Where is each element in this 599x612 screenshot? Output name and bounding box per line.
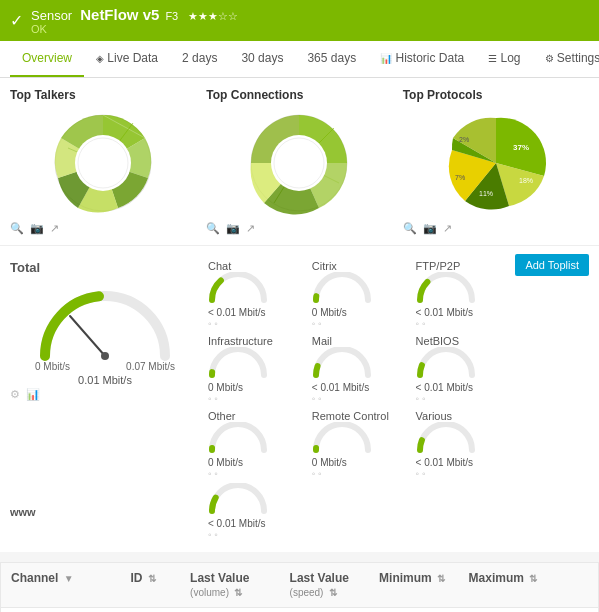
total-gauge-icons: ⚙ 📊 xyxy=(10,388,200,401)
camera-icon-2[interactable]: 📷 xyxy=(226,222,240,235)
top-talkers-diagram xyxy=(48,108,158,218)
sensor-stars: ★★★☆☆ xyxy=(188,10,238,23)
gauge-citrix-label: Citrix xyxy=(312,260,412,272)
gauge-www-svg xyxy=(208,483,268,515)
gauge-infrastructure-value: 0 Mbit/s xyxy=(208,382,308,393)
top-section: Top Talkers xyxy=(0,78,599,245)
nav-2days[interactable]: 2 days xyxy=(170,41,229,77)
svg-point-19 xyxy=(101,352,109,360)
top-talkers-icons: 🔍 📷 ↗ xyxy=(10,222,196,235)
gauge-section: Add Toplist Total 0 Mbit/s 0.07 Mbit/s xyxy=(0,245,599,552)
total-gauge-svg xyxy=(30,281,180,361)
col-header-min: Minimum ⇅ xyxy=(379,571,469,599)
gauge-mail: Mail < 0.01 Mbit/s ◦ ◦ xyxy=(312,335,412,404)
gauge-netbios-value: < 0.01 Mbit/s xyxy=(416,382,516,393)
nav-30days[interactable]: 30 days xyxy=(229,41,295,77)
col-header-max: Maximum ⇅ xyxy=(469,571,559,599)
gauge-other: Other 0 Mbit/s ◦ ◦ xyxy=(208,410,308,479)
gauge-ftp-value: < 0.01 Mbit/s xyxy=(416,307,516,318)
col-header-action xyxy=(558,571,588,599)
gauge-ftp: FTP/P2P < 0.01 Mbit/s ◦ ◦ xyxy=(416,260,516,329)
gauge-netbios-dot: ◦ ◦ xyxy=(416,393,516,404)
svg-text:7%: 7% xyxy=(455,174,465,181)
gauge-chat: Chat < 0.01 Mbit/s ◦ ◦ xyxy=(208,260,308,329)
gauge-other-svg xyxy=(208,422,268,454)
gauge-citrix-dot: ◦ ◦ xyxy=(312,318,412,329)
sort-arrow-max: ⇅ xyxy=(529,573,537,584)
gauge-chat-dot: ◦ ◦ xyxy=(208,318,308,329)
total-value: 0.01 Mbit/s xyxy=(10,374,200,386)
svg-point-4 xyxy=(75,135,131,191)
nav-log[interactable]: ☰ Log xyxy=(476,41,532,77)
gauge-www: < 0.01 Mbit/s ◦ ◦ xyxy=(208,483,268,540)
top-connections-title: Top Connections xyxy=(206,88,392,102)
wrench-icon[interactable]: ⚙ xyxy=(10,388,20,401)
gauge-various-label: Various xyxy=(416,410,516,422)
svg-text:37%: 37% xyxy=(513,143,529,152)
right-gauges: Chat < 0.01 Mbit/s ◦ ◦ Citrix 0 Mbit/s ◦… xyxy=(208,260,515,479)
external-link-icon[interactable]: ↗ xyxy=(50,222,59,235)
gauge-ftp-label: FTP/P2P xyxy=(416,260,516,272)
sort-arrow-min: ⇅ xyxy=(437,573,445,584)
nav-live-data[interactable]: ◈ Live Data xyxy=(84,41,170,77)
table-row: Chat 3004 0.01 MBy... < 0.01 M... 0 Mbit… xyxy=(1,608,598,612)
gauge-infrastructure-dot: ◦ ◦ xyxy=(208,393,308,404)
col-header-id: ID ⇅ xyxy=(130,571,190,599)
top-protocols-title: Top Protocols xyxy=(403,88,589,102)
nav-365days[interactable]: 365 days xyxy=(295,41,368,77)
gauge-infrastructure-label: Infrastructure xyxy=(208,335,308,347)
gauge-remote-label: Remote Control xyxy=(312,410,412,422)
sensor-version: F3 xyxy=(165,10,178,22)
top-protocols-icons: 🔍 📷 ↗ xyxy=(403,222,589,235)
nav-historic-data[interactable]: 📊 Historic Data xyxy=(368,41,476,77)
svg-text:11%: 11% xyxy=(479,190,493,197)
camera-icon[interactable]: 📷 xyxy=(30,222,44,235)
chart-icon[interactable]: 📊 xyxy=(26,388,40,401)
gauge-netbios-svg xyxy=(416,347,476,379)
gauge-remote-svg xyxy=(312,422,372,454)
gauge-mail-value: < 0.01 Mbit/s xyxy=(312,382,412,393)
gauge-remote-value: 0 Mbit/s xyxy=(312,457,412,468)
svg-text:18%: 18% xyxy=(519,177,533,184)
nav-settings[interactable]: ⚙ Settings xyxy=(533,41,599,77)
gauge-various-svg xyxy=(416,422,476,454)
sensor-label: Sensor xyxy=(31,8,72,23)
top-protocols-card: Top Protocols xyxy=(403,88,589,235)
svg-line-18 xyxy=(70,316,105,356)
top-protocols-diagram: 37% 18% 11% 7% 2% xyxy=(441,108,551,218)
navigation: Overview ◈ Live Data 2 days 30 days 365 … xyxy=(0,41,599,78)
gauge-infrastructure: Infrastructure 0 Mbit/s ◦ ◦ xyxy=(208,335,308,404)
gauge-chat-value: < 0.01 Mbit/s xyxy=(208,307,308,318)
total-max: 0.07 Mbit/s xyxy=(126,361,175,372)
gauge-citrix-svg xyxy=(312,272,372,304)
sort-arrow-vol: ⇅ xyxy=(234,587,242,598)
table-header: Channel ▼ ID ⇅ Last Value(volume) ⇅ Last… xyxy=(1,563,598,608)
col-header-channel: Channel ▼ xyxy=(11,571,130,599)
gauges-container: Total 0 Mbit/s 0.07 Mbit/s 0.01 Mbit/s ⚙ xyxy=(10,260,515,479)
zoom-icon-3[interactable]: 🔍 xyxy=(403,222,417,235)
total-label: Total xyxy=(10,260,200,275)
external-link-icon-3[interactable]: ↗ xyxy=(443,222,452,235)
sensor-title: NetFlow v5 xyxy=(80,6,159,23)
sort-arrow-channel: ▼ xyxy=(64,573,74,584)
gauge-www-dot: ◦ ◦ xyxy=(208,529,268,540)
zoom-icon[interactable]: 🔍 xyxy=(10,222,24,235)
check-icon: ✓ xyxy=(10,11,23,30)
sensor-status: OK xyxy=(31,23,238,35)
zoom-icon-2[interactable]: 🔍 xyxy=(206,222,220,235)
gauge-various-dot: ◦ ◦ xyxy=(416,468,516,479)
gauge-ftp-svg xyxy=(416,272,476,304)
nav-overview[interactable]: Overview xyxy=(10,41,84,77)
www-label: www xyxy=(10,506,200,518)
gauge-mail-label: Mail xyxy=(312,335,412,347)
top-connections-card: Top Connections 🔍 � xyxy=(206,88,392,235)
camera-icon-3[interactable]: 📷 xyxy=(423,222,437,235)
top-connections-icons: 🔍 📷 ↗ xyxy=(206,222,392,235)
external-link-icon-2[interactable]: ↗ xyxy=(246,222,255,235)
header: ✓ Sensor NetFlow v5 F3 ★★★☆☆ OK xyxy=(0,0,599,41)
www-row: www < 0.01 Mbit/s ◦ ◦ xyxy=(10,479,589,544)
total-gauge-range: 0 Mbit/s 0.07 Mbit/s xyxy=(35,361,175,372)
add-toplist-button[interactable]: Add Toplist xyxy=(515,254,589,276)
gauge-other-dot: ◦ ◦ xyxy=(208,468,308,479)
sort-arrow-spd: ⇅ xyxy=(329,587,337,598)
